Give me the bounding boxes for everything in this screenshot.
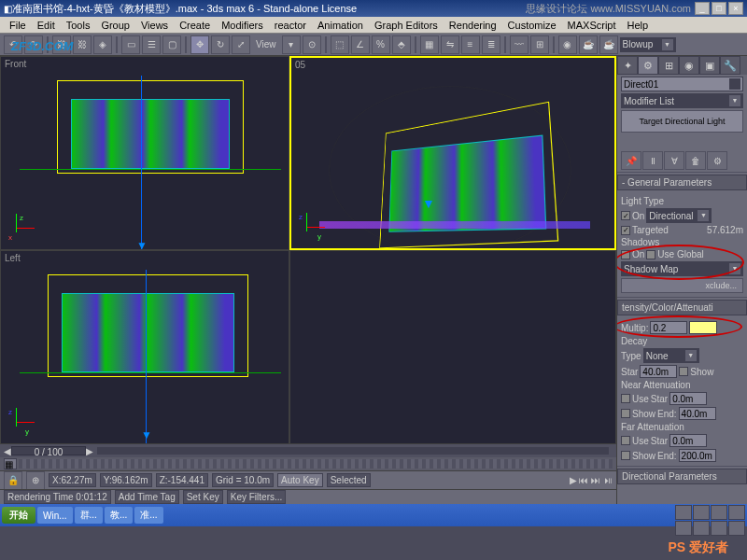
exclude-button[interactable]: xclude... (621, 278, 743, 293)
rollout-directional[interactable]: Directional Parameters (617, 469, 747, 484)
percent-snap-button[interactable]: % (372, 35, 390, 54)
walk-button[interactable] (728, 521, 745, 536)
mirror-button[interactable]: ⇋ (441, 35, 459, 54)
pin-stack-button[interactable]: 📌 (621, 151, 641, 170)
targeted-checkbox[interactable]: ✓ (621, 226, 630, 235)
track-bar[interactable]: ▦ (0, 457, 616, 470)
tab-create[interactable]: ✦ (617, 56, 638, 75)
key-mode-dropdown[interactable]: Selected (327, 473, 371, 487)
quick-render-button[interactable]: ☕ (599, 35, 618, 54)
viewport-perspective[interactable]: 05 ▼ y z (289, 56, 616, 250)
menu-tools[interactable]: Tools (61, 20, 96, 31)
time-tag-button[interactable]: Add Time Tag (115, 490, 179, 504)
menu-maxscript[interactable]: MAXScript (562, 20, 622, 31)
named-selection-button[interactable]: ▦ (420, 35, 439, 54)
menu-grapheditors[interactable]: Graph Editors (369, 20, 444, 31)
ref-coord-dropdown[interactable]: ▾ (282, 35, 301, 54)
close-button[interactable]: × (728, 2, 743, 15)
multiplier-spinner[interactable]: 0.2 (650, 321, 687, 334)
tab-modify[interactable]: ⚙ (638, 56, 658, 75)
far-end-spinner[interactable]: 200.0m (679, 449, 716, 462)
tab-motion[interactable]: ◉ (679, 56, 699, 75)
key-filters-button[interactable]: Key Filters... (227, 490, 287, 504)
viewport-left[interactable]: Left ▼ y z (0, 250, 289, 444)
near-end-spinner[interactable]: 40.0m (679, 407, 716, 420)
rollout-general-params[interactable]: - General Parameters (617, 175, 747, 190)
far-start-spinner[interactable]: 0.0m (669, 434, 707, 447)
pan-button[interactable] (675, 505, 692, 520)
taskbar-item-1[interactable]: Win... (37, 507, 73, 524)
menu-customize[interactable]: Customize (502, 20, 562, 31)
viewport-front[interactable]: Front ▼ x z (0, 56, 289, 250)
menu-modifiers[interactable]: Modifiers (216, 20, 269, 31)
link-button[interactable]: ⛓ (52, 35, 71, 54)
auto-key-button[interactable]: Auto Key (277, 473, 323, 487)
center-button[interactable]: ⊙ (303, 35, 321, 54)
material-button[interactable]: ◉ (558, 35, 577, 54)
taskbar-item-4[interactable]: 准... (134, 507, 162, 524)
maximize-button[interactable]: □ (712, 2, 726, 15)
far-show-checkbox[interactable] (621, 451, 630, 460)
tab-hierarchy[interactable]: ⊞ (658, 56, 679, 75)
menu-group[interactable]: Group (95, 20, 135, 31)
align-button[interactable]: ≡ (461, 35, 480, 54)
move-button[interactable]: ✥ (190, 35, 209, 54)
curve-editor-button[interactable]: 〰 (510, 35, 529, 54)
modifier-stack-item[interactable]: Target Directional Light (621, 110, 743, 133)
scale-button[interactable]: ⤢ (232, 35, 250, 54)
select-button[interactable]: ▭ (121, 35, 140, 54)
menu-edit[interactable]: Edit (32, 20, 61, 31)
show-result-button[interactable]: Ⅱ (642, 151, 663, 170)
menu-views[interactable]: Views (135, 20, 174, 31)
undo-button[interactable]: ↶ (4, 35, 22, 54)
abs-button[interactable]: ⊕ (26, 471, 45, 490)
decay-type-dropdown[interactable]: None▼ (643, 348, 699, 363)
use-global-checkbox[interactable] (646, 250, 655, 259)
viewport-empty[interactable] (289, 250, 616, 444)
angle-snap-button[interactable]: ∠ (351, 35, 370, 54)
set-key-button[interactable]: Set Key (183, 490, 223, 504)
decay-start-spinner[interactable]: 40.0m (640, 365, 677, 378)
region-zoom-button[interactable] (711, 521, 727, 536)
far-use-checkbox[interactable] (621, 436, 630, 445)
schematic-button[interactable]: ⊞ (530, 35, 549, 54)
menu-create[interactable]: Create (174, 20, 216, 31)
min-max-button[interactable] (693, 521, 710, 536)
redo-button[interactable]: ↷ (24, 35, 43, 54)
menu-rendering[interactable]: Rendering (444, 20, 502, 31)
zoom-extents-button[interactable] (711, 505, 727, 520)
fov-button[interactable] (728, 505, 745, 520)
light-type-dropdown[interactable]: Directional▼ (646, 208, 712, 223)
menu-reactor[interactable]: reactor (269, 20, 312, 31)
bind-button[interactable]: ◈ (93, 35, 112, 54)
rotate-button[interactable]: ↻ (211, 35, 230, 54)
lock-button[interactable]: 🔒 (4, 471, 22, 490)
near-use-checkbox[interactable] (621, 394, 630, 403)
layers-button[interactable]: ≣ (482, 35, 500, 54)
color-swatch[interactable] (689, 321, 717, 334)
render-scene-button[interactable]: ☕ (579, 35, 598, 54)
minimize-button[interactable]: _ (695, 2, 710, 15)
render-type-dropdown[interactable]: Blowup▼ (620, 37, 676, 52)
modifier-list-dropdown[interactable]: Modifier List▼ (621, 93, 743, 108)
menu-animation[interactable]: Animation (312, 20, 369, 31)
rollout-intensity[interactable]: tensity/Color/Attenuati (617, 300, 747, 315)
object-name-field[interactable]: Direct01 (621, 77, 743, 91)
snap-button[interactable]: ⬚ (331, 35, 349, 54)
make-unique-button[interactable]: ∀ (664, 151, 684, 170)
taskbar-item-3[interactable]: 教... (105, 507, 133, 524)
tab-display[interactable]: ▣ (699, 56, 720, 75)
arc-rotate-button[interactable] (675, 521, 692, 536)
light-on-checkbox[interactable]: ✓ (621, 211, 630, 220)
menu-help[interactable]: Help (622, 20, 655, 31)
near-show-checkbox[interactable] (621, 409, 630, 418)
select-name-button[interactable]: ☰ (142, 35, 161, 54)
start-button[interactable]: 开始 (2, 507, 35, 524)
remove-mod-button[interactable]: 🗑 (685, 151, 706, 170)
timeline-slider[interactable]: ◀ 0 / 100 ▶ (0, 444, 616, 457)
config-button[interactable]: ⚙ (707, 151, 727, 170)
select-region-button[interactable]: ▢ (162, 35, 181, 54)
near-start-spinner[interactable]: 0.0m (669, 392, 707, 405)
zoom-button[interactable] (693, 505, 710, 520)
time-slider-thumb[interactable]: 0 / 100 (11, 446, 86, 455)
